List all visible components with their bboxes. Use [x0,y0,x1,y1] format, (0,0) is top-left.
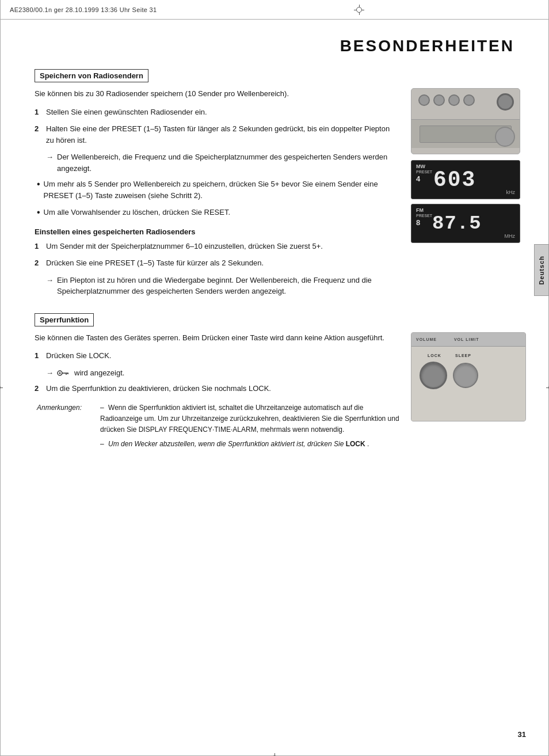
note-1-dash: – [100,404,104,412]
fm-band-label: FM [416,208,432,214]
sub-arrow-text: Ein Piepton ist zu hören und die Wiederg… [57,275,399,297]
fm-unit: MHz [505,233,516,239]
step-2-text: Halten Sie eine der PRESET (1–5) Tasten … [46,123,399,146]
step-1-num: 1 [35,107,43,118]
section-2-images: VOLUME VOL LIMIT LOCK SLEEP [411,332,526,454]
bullet-2: • Um alle Vorwahlsender zu löschen, drüc… [37,207,399,218]
note-2-text: – Um den Wecker abzustellen, wenn die Sp… [100,439,399,450]
page-content: BESONDERHEITEN Speichern von Radiosender… [0,20,549,756]
lock-step-2-text: Um die Sperrfunktion zu deaktivieren, dr… [46,383,271,394]
sub-arrow: → Ein Piepton ist zu hören und die Wiede… [46,275,399,297]
mw-unit: kHz [506,189,516,195]
svg-point-1 [59,373,61,374]
bullet-1-text: Um mehr als 5 Sender pro Wellenbereich z… [44,178,399,201]
radio-device-image [411,88,520,154]
sub-step-1: 1 Um Sender mit der Speicherplatznummer … [35,241,399,252]
fm-frequency: 87.5 [432,212,482,234]
section-1-text: Sie können bis zu 30 Radiosender speiche… [35,88,399,302]
mw-frequency: 603 [433,168,476,192]
note-1-text: – Wenn die Sperrfunktion aktiviert ist, … [100,402,399,436]
note-2-suffix: . [367,440,369,448]
section-2-layout: Sie können die Tasten des Gerätes sperre… [35,332,526,454]
bullet-1: • Um mehr als 5 Sender pro Wellenbereich… [37,178,399,201]
note-block-1: Anmerkungen: – Wenn die Sperrfunktion ak… [37,402,399,436]
arrow-1: → Der Wellenbereich, die Frequenz und di… [46,151,399,174]
step-2-num: 2 [35,123,43,146]
section-2-intro: Sie können die Tasten des Gerätes sperre… [35,332,399,344]
lock-arrow-1: → wird angezeigt. [46,367,399,379]
step-2: 2 Halten Sie eine der PRESET (1–5) Taste… [35,123,399,146]
subsection-heading: Einstellen eines gespeicherten Radiosend… [35,227,399,236]
page-header: AE2380/00.1n ger 28.10.1999 13:36 Uhr Se… [0,0,549,20]
page-title: BESONDERHEITEN [35,37,526,55]
lock-arrow-1-text: wird angezeigt. [74,367,124,379]
lock-arrow-symbol: → [46,367,54,379]
section-1-layout: Sie können bis zu 30 Radiosender speiche… [35,88,526,302]
lock-step-1: 1 Drücken Sie LOCK. [35,350,399,362]
mw-preset-num: 4 [416,175,432,183]
mw-preset-label: PRESET [416,170,432,174]
header-text: AE2380/00.1n ger 28.10.1999 13:36 Uhr Se… [10,6,157,13]
lock-key-icon [57,367,70,379]
arrow-symbol-1: → [46,151,54,174]
note-block-2: – Um den Wecker abzustellen, wenn die Sp… [37,439,399,450]
fm-display: FM PRESET 8 87.5 MHz [411,204,520,243]
section-1: Speichern von Radiosendern Sie können bi… [35,69,526,302]
section-1-intro: Sie können bis zu 30 Radiosender speiche… [35,88,399,100]
section-1-images: MW PRESET 4 603 kHz FM PRESET 8 87.5 MH [411,88,526,302]
note-2-prefix: Um den Wecker abzustellen, wenn die Sper… [108,440,344,448]
lock-img-label: LOCK [428,354,441,358]
notes-section: Anmerkungen: – Wenn die Sperrfunktion ak… [37,402,399,450]
sub-step-2-text: Drücken Sie eine PRESET (1–5) Taste für … [46,257,264,269]
section-2-text: Sie können die Tasten des Gerätes sperre… [35,332,399,454]
note-2-lock: LOCK [346,440,365,448]
page-number: 31 [518,730,526,739]
note-2-indent [37,439,100,450]
bullet-symbol-1: • [37,178,40,201]
bullet-symbol-2: • [37,207,40,218]
bullet-2-text: Um alle Vorwahlsender zu löschen, drücke… [44,207,230,218]
sub-step-2: 2 Drücken Sie eine PRESET (1–5) Taste fü… [35,257,399,269]
step-1: 1 Stellen Sie einen gewünschten Radiosen… [35,107,399,118]
lock-button [420,362,447,389]
sub-step-1-num: 1 [35,241,43,252]
lock-sleep-device-image: VOLUME VOL LIMIT LOCK SLEEP [411,332,526,421]
section-2: Sperrfunktion Sie können die Tasten des … [35,313,526,454]
fm-preset-num: 8 [416,219,432,227]
sub-step-2-num: 2 [35,257,43,269]
fm-preset-label: PRESET [416,214,432,218]
note-2-dash: – [100,440,104,448]
mw-display: MW PRESET 4 603 kHz [411,160,520,199]
sub-step-1-text: Um Sender mit der Speicherplatznummer 6–… [46,241,323,252]
lock-step-1-text: Drücken Sie LOCK. [46,350,111,362]
mw-band-label: MW [416,164,432,170]
sub-arrow-symbol: → [46,275,54,297]
section-2-heading: Sperrfunktion [35,313,94,326]
lock-step-1-num: 1 [35,350,43,362]
sleep-button [453,363,478,388]
notes-label: Anmerkungen: [37,402,100,436]
arrow-1-text: Der Wellenbereich, die Frequenz und die … [57,151,399,174]
lock-step-2: 2 Um die Sperrfunktion zu deaktivieren, … [35,383,399,394]
sleep-img-label: SLEEP [455,354,471,358]
note-1-content: Wenn die Sperrfunktion aktiviert ist, sc… [100,404,399,434]
lock-step-2-num: 2 [35,383,43,394]
step-1-text: Stellen Sie einen gewünschten Radiosende… [46,107,207,118]
section-1-heading: Speichern von Radiosendern [35,69,148,82]
